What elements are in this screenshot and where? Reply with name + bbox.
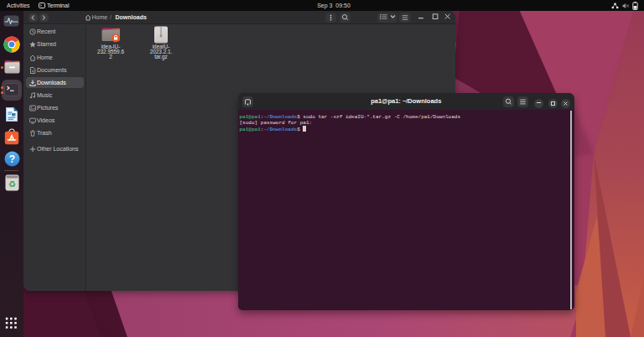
svg-text:♻: ♻ <box>8 179 16 189</box>
svg-text:?: ? <box>8 153 14 165</box>
